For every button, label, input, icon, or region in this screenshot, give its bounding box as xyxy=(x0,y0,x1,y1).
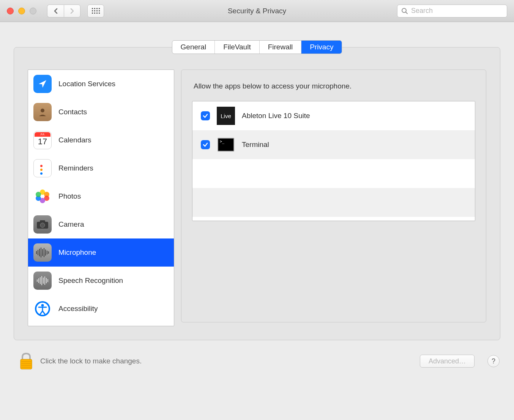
svg-rect-9 xyxy=(20,359,32,369)
nav-buttons xyxy=(47,5,80,17)
privacy-category-sidebar: Location Services Contacts JUL 17 Calend… xyxy=(28,69,174,326)
app-name-label: Terminal xyxy=(242,141,269,149)
search-box[interactable] xyxy=(397,5,507,17)
lock-hint-text: Click the lock to make changes. xyxy=(40,357,142,365)
sidebar-item-reminders[interactable]: Reminders xyxy=(28,154,174,182)
help-button[interactable]: ? xyxy=(487,355,500,367)
zoom-window-button xyxy=(30,8,36,14)
sidebar-item-photos[interactable]: Photos xyxy=(28,182,174,210)
tabs: General FileVault Firewall Privacy xyxy=(172,40,342,54)
calendar-icon: JUL 17 xyxy=(33,131,52,149)
detail-pane: Allow the apps below to access your micr… xyxy=(181,69,486,322)
reminders-icon xyxy=(33,159,52,177)
camera-icon xyxy=(33,215,52,234)
sidebar-item-label: Contacts xyxy=(58,108,87,116)
advanced-button[interactable]: Advanced… xyxy=(420,355,475,368)
contacts-icon xyxy=(33,103,52,121)
checkbox-terminal[interactable] xyxy=(201,140,210,149)
checkmark-icon xyxy=(203,142,208,147)
sidebar-item-calendars[interactable]: JUL 17 Calendars xyxy=(28,126,174,154)
checkmark-icon xyxy=(203,113,208,118)
checkbox-ableton-live[interactable] xyxy=(201,111,210,120)
terminal-icon xyxy=(217,136,235,154)
sidebar-item-location-services[interactable]: Location Services xyxy=(28,70,174,98)
tabs-container: General FileVault Firewall Privacy xyxy=(0,40,514,54)
grid-icon xyxy=(92,8,100,14)
svg-point-8 xyxy=(41,304,44,307)
svg-point-2 xyxy=(41,109,44,112)
sidebar-item-label: Accessibility xyxy=(58,305,98,313)
app-row-empty xyxy=(192,188,475,217)
ableton-live-icon: Live xyxy=(217,107,235,125)
minimize-window-button[interactable] xyxy=(18,8,25,14)
detail-heading: Allow the apps below to access your micr… xyxy=(194,82,475,90)
app-row-ableton-live[interactable]: Live Ableton Live 10 Suite xyxy=(192,101,475,130)
content-area: General FileVault Firewall Privacy Locat… xyxy=(0,40,514,371)
calendar-month-label: JUL xyxy=(35,132,50,137)
tab-filevault[interactable]: FileVault xyxy=(215,41,260,54)
titlebar: Security & Privacy xyxy=(0,0,514,22)
sidebar-item-label: Camera xyxy=(58,220,84,229)
chevron-left-icon xyxy=(54,8,58,14)
tab-privacy[interactable]: Privacy xyxy=(301,41,342,54)
sidebar-item-label: Photos xyxy=(58,192,81,201)
photos-icon xyxy=(33,187,52,205)
window-title: Security & Privacy xyxy=(228,7,286,15)
window-controls xyxy=(7,8,36,14)
svg-line-1 xyxy=(406,12,407,14)
sidebar-item-speech-recognition[interactable]: Speech Recognition xyxy=(28,267,174,295)
search-icon xyxy=(401,8,408,14)
accessibility-icon xyxy=(33,300,52,318)
sidebar-item-accessibility[interactable]: Accessibility xyxy=(28,295,174,323)
search-input[interactable] xyxy=(411,7,503,15)
back-button[interactable] xyxy=(47,5,64,17)
footer: Click the lock to make changes. Advanced… xyxy=(0,340,514,371)
location-icon xyxy=(33,75,52,93)
calendar-day-label: 17 xyxy=(34,137,51,147)
app-row-empty xyxy=(192,159,475,188)
sidebar-item-label: Microphone xyxy=(58,248,96,257)
lock-icon[interactable] xyxy=(18,352,34,371)
sidebar-item-label: Reminders xyxy=(58,164,93,172)
app-row-terminal[interactable]: Terminal xyxy=(192,130,475,159)
forward-button xyxy=(64,5,80,17)
speech-recognition-icon xyxy=(33,272,52,290)
app-list: Live Ableton Live 10 Suite Terminal xyxy=(192,101,475,221)
sidebar-item-label: Location Services xyxy=(58,80,115,88)
svg-point-5 xyxy=(40,223,45,227)
svg-rect-4 xyxy=(40,220,45,223)
tab-firewall[interactable]: Firewall xyxy=(260,41,301,54)
sidebar-item-contacts[interactable]: Contacts xyxy=(28,98,174,126)
sidebar-item-label: Speech Recognition xyxy=(58,276,123,285)
tab-general[interactable]: General xyxy=(172,41,215,54)
sidebar-item-microphone[interactable]: Microphone xyxy=(28,238,174,267)
main-panel: Location Services Contacts JUL 17 Calend… xyxy=(14,47,500,340)
sidebar-item-camera[interactable]: Camera xyxy=(28,210,174,238)
close-window-button[interactable] xyxy=(7,8,14,14)
app-name-label: Ableton Live 10 Suite xyxy=(242,112,310,120)
chevron-right-icon xyxy=(70,8,74,14)
show-all-button[interactable] xyxy=(87,5,104,17)
sidebar-item-label: Calendars xyxy=(58,136,91,144)
microphone-icon xyxy=(33,243,52,262)
